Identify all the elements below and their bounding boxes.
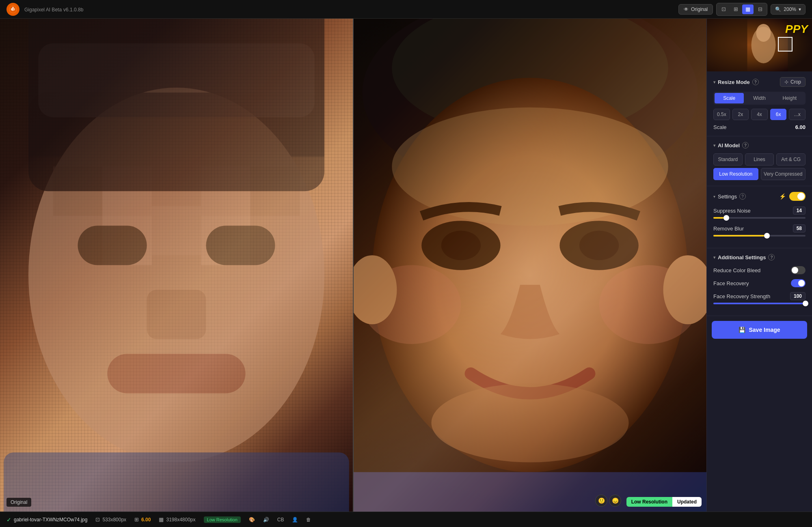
resize-help-icon[interactable]: ? xyxy=(752,79,759,85)
suppress-noise-value: 14 xyxy=(793,206,806,215)
additional-settings-header: ▾ Additional Settings ? xyxy=(713,254,806,260)
like-button[interactable]: 🙂 xyxy=(595,495,607,507)
svg-point-39 xyxy=(756,24,771,42)
original-panel: Original xyxy=(0,19,354,512)
right-panel: PPY ▾ Resize Mode ? ⊹ Crop Scale Width H… xyxy=(706,19,812,512)
standard-model-button[interactable]: Standard xyxy=(713,153,743,166)
audio-icon-item: 🔊 xyxy=(263,517,269,523)
additional-settings-title: ▾ Additional Settings ? xyxy=(713,254,775,260)
face-recovery-thumb xyxy=(798,280,805,286)
ai-model-header: ▾ AI Model ? xyxy=(713,142,806,148)
remove-blur-value: 58 xyxy=(793,224,806,232)
resize-mode-section: ▾ Resize Mode ? ⊹ Crop Scale Width Heigh… xyxy=(707,71,812,136)
image-area: Original xyxy=(0,19,706,512)
svg-rect-10 xyxy=(152,206,201,256)
remove-blur-row: Remove Blur 58 xyxy=(713,224,806,237)
remove-blur-track[interactable] xyxy=(713,235,806,237)
scale-4x-button[interactable]: 4x xyxy=(751,109,768,120)
filename-item: ✓ gabriel-tovar-TXWNzMCOw74.jpg xyxy=(6,516,87,523)
additional-settings-section: ▾ Additional Settings ? Reduce Color Ble… xyxy=(707,248,812,316)
color-icon-item: 🎨 xyxy=(249,517,255,523)
scale-2x-button[interactable]: 2x xyxy=(732,109,749,120)
settings-title-group: ▾ Settings ? xyxy=(713,193,746,200)
height-tab[interactable]: Height xyxy=(775,93,804,103)
ai-model-help-icon[interactable]: ? xyxy=(742,142,749,148)
suppress-noise-thumb[interactable] xyxy=(723,215,729,221)
trash-icon: 🗑 xyxy=(306,517,311,523)
topbar: Gigapixel AI Beta v6.1.0.8b 👁 Original ⊡… xyxy=(0,0,812,19)
enhanced-image xyxy=(354,19,706,512)
svg-rect-16 xyxy=(107,354,245,393)
svg-rect-19 xyxy=(4,452,349,512)
svg-rect-13 xyxy=(78,226,147,265)
settings-header: ▾ Settings ? ⚡ xyxy=(713,192,806,201)
resize-mode-header: ▾ Resize Mode ? ⊹ Crop xyxy=(713,77,806,87)
svg-rect-36 xyxy=(707,19,747,71)
resize-mode-title: ▾ Resize Mode ? xyxy=(713,79,759,85)
scale-mode-group: Scale Width Height xyxy=(713,92,806,105)
very-compressed-model-button[interactable]: Very Compressed xyxy=(761,168,806,180)
scale-tab[interactable]: Scale xyxy=(715,93,744,103)
original-button[interactable]: 👁 Original xyxy=(678,4,713,15)
crop-icon: ⊹ xyxy=(784,79,788,85)
width-tab[interactable]: Width xyxy=(745,93,774,103)
view-single-button[interactable]: ⊡ xyxy=(718,4,729,14)
face-recovery-toggle[interactable] xyxy=(791,279,806,287)
chevron-down-icon: ▾ xyxy=(799,6,801,12)
view-quad-button[interactable]: ⊟ xyxy=(754,4,766,14)
additional-settings-chevron-icon: ▾ xyxy=(713,255,715,260)
art-cg-model-button[interactable]: Art & CG xyxy=(776,153,806,166)
status-scale: 6.00 xyxy=(141,517,151,523)
crop-button[interactable]: ⊹ Crop xyxy=(780,77,806,87)
trash-icon-item[interactable]: 🗑 xyxy=(306,517,311,523)
remove-blur-thumb[interactable] xyxy=(764,233,770,239)
face-recovery-strength-label-row: Face Recovery Strength 100 xyxy=(713,292,806,300)
scale-factor-group: 0.5x 2x 4x 6x ...x xyxy=(713,109,806,120)
check-icon: ✓ xyxy=(6,516,11,523)
lines-model-button[interactable]: Lines xyxy=(745,153,774,166)
svg-point-27 xyxy=(441,230,481,260)
dislike-button[interactable]: 😞 xyxy=(609,495,621,507)
main-content: Original xyxy=(0,19,812,512)
face-recovery-strength-value: 100 xyxy=(790,292,806,300)
face-recovery-strength-fill xyxy=(713,303,806,304)
reduce-color-bleed-toggle[interactable] xyxy=(791,266,806,274)
original-label: Original xyxy=(6,498,31,507)
additional-settings-help-icon[interactable]: ? xyxy=(768,254,775,260)
topbar-controls: 👁 Original ⊡ ⊞ ▦ ⊟ 🔍 200% ▾ xyxy=(678,3,806,16)
view-split-h-button[interactable]: ▦ xyxy=(742,4,754,14)
output-size-item: ▦ 3198x4800px xyxy=(159,516,195,523)
settings-toggle[interactable] xyxy=(789,192,806,201)
enhanced-panel: Low Resolution Updated 🙂 😞 xyxy=(354,19,706,512)
remove-blur-label-row: Remove Blur 58 xyxy=(713,224,806,232)
save-image-button[interactable]: 💾 Save Image xyxy=(712,321,807,339)
face-recovery-strength-thumb[interactable] xyxy=(803,301,808,306)
toggle-thumb xyxy=(797,193,805,200)
reaction-buttons: 🙂 😞 xyxy=(595,495,621,507)
settings-right: ⚡ xyxy=(779,192,806,201)
settings-section: ▾ Settings ? ⚡ Suppress Noise 14 xyxy=(707,186,812,248)
view-split-v-button[interactable]: ⊞ xyxy=(730,4,741,14)
low-resolution-model-button[interactable]: Low Resolution xyxy=(713,168,758,180)
user-icon: 👤 xyxy=(292,517,298,523)
save-icon: 💾 xyxy=(739,327,745,333)
scale-0.5x-button[interactable]: 0.5x xyxy=(713,109,730,120)
settings-chevron-icon: ▾ xyxy=(713,194,715,199)
suppress-noise-track[interactable] xyxy=(713,217,806,219)
thumbnail-viewport[interactable] xyxy=(778,37,793,52)
lightning-icon: ⚡ xyxy=(779,193,786,200)
output-icon: ▦ xyxy=(159,516,164,523)
settings-help-icon[interactable]: ? xyxy=(739,193,746,200)
face-recovery-strength-track[interactable] xyxy=(713,303,806,304)
scale-value-row: Scale 6.00 xyxy=(713,124,806,130)
scale-custom-button[interactable]: ...x xyxy=(789,109,806,120)
status-output-size: 3198x4800px xyxy=(166,517,195,523)
face-recovery-strength-row: Face Recovery Strength 100 xyxy=(713,292,806,304)
scale-6x-button[interactable]: 6x xyxy=(770,109,787,120)
thumbnail-area: PPY xyxy=(707,19,812,71)
zoom-control[interactable]: 🔍 200% ▾ xyxy=(771,4,806,15)
face-recovery-row: Face Recovery xyxy=(713,279,806,287)
updated-badge: Updated xyxy=(672,497,702,507)
status-filename: gabriel-tovar-TXWNzMCOw74.jpg xyxy=(14,517,87,523)
suppress-noise-label-row: Suppress Noise 14 xyxy=(713,206,806,215)
